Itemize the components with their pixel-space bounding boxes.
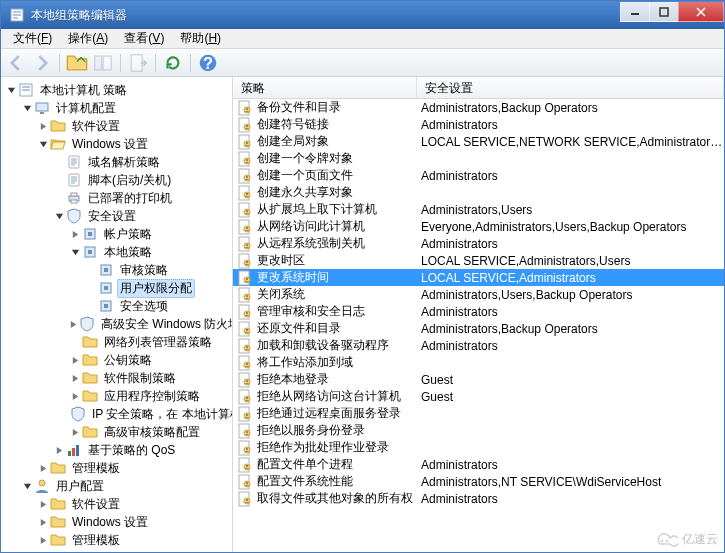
policy-name: 加载和卸载设备驱动程序: [257, 337, 417, 354]
svg-text:?: ?: [203, 53, 213, 71]
policy-icon: [237, 134, 253, 150]
policy-value: Administrators,NT SERVICE\WdiServiceHost: [417, 475, 724, 489]
svg-rect-18: [103, 56, 111, 70]
policy-row[interactable]: 配置文件系统性能Administrators,NT SERVICE\WdiSer…: [233, 473, 724, 490]
policy-icon: [237, 117, 253, 133]
policy-name: 从网络访问此计算机: [257, 218, 417, 235]
policy-value: Administrators,Backup Operators: [417, 101, 724, 115]
policy-icon: [18, 82, 34, 98]
policy-icon: [237, 474, 253, 490]
tree-pane[interactable]: 本地计算机 策略 计算机配置 软件设置: [1, 77, 233, 552]
close-button[interactable]: [678, 2, 724, 22]
policy-row[interactable]: 拒绝本地登录Guest: [233, 371, 724, 388]
menu-file[interactable]: 文件(F): [5, 28, 60, 49]
policy-value: Administrators,Users,Backup Operators: [417, 288, 724, 302]
policy-name: 拒绝以服务身份登录: [257, 422, 417, 439]
policy-name: 配置文件系统性能: [257, 473, 417, 490]
help-button[interactable]: ?: [197, 52, 219, 74]
tree-qos[interactable]: 基于策略的 QoS: [53, 441, 232, 459]
policy-row[interactable]: 取得文件或其他对象的所有权Administrators: [233, 490, 724, 507]
policy-name: 配置文件单个进程: [257, 456, 417, 473]
policy-row[interactable]: 加载和卸载设备驱动程序Administrators: [233, 337, 724, 354]
policy-name: 拒绝本地登录: [257, 371, 417, 388]
window-title: 本地组策略编辑器: [31, 7, 621, 24]
policy-row[interactable]: 创建永久共享对象: [233, 184, 724, 201]
policy-icon: [237, 440, 253, 456]
up-button[interactable]: [66, 52, 88, 74]
policy-row[interactable]: 从扩展坞上取下计算机Administrators,Users: [233, 201, 724, 218]
menu-action[interactable]: 操作(A): [60, 28, 116, 49]
forward-button[interactable]: [31, 52, 53, 74]
policy-row[interactable]: 拒绝以服务身份登录: [233, 422, 724, 439]
policy-row[interactable]: 拒绝通过远程桌面服务登录: [233, 405, 724, 422]
app-icon: [9, 7, 25, 23]
policy-value: Administrators: [417, 169, 724, 183]
policy-row[interactable]: 配置文件单个进程Administrators: [233, 456, 724, 473]
policy-icon: [237, 355, 253, 371]
policy-row[interactable]: 还原文件和目录Administrators,Backup Operators: [233, 320, 724, 337]
policy-icon: [237, 423, 253, 439]
policy-icon: [237, 151, 253, 167]
policy-value: LOCAL SERVICE,Administrators,Users: [417, 254, 724, 268]
policy-icon: [237, 406, 253, 422]
policy-value: Administrators: [417, 305, 724, 319]
refresh-button[interactable]: [162, 52, 184, 74]
policy-name: 拒绝作为批处理作业登录: [257, 439, 417, 456]
policy-name: 还原文件和目录: [257, 320, 417, 337]
policy-value: Administrators: [417, 237, 724, 251]
policy-icon: [237, 185, 253, 201]
policy-list[interactable]: 备份文件和目录Administrators,Backup Operators创建…: [233, 99, 724, 552]
policy-name: 更改系统时间: [257, 269, 417, 286]
shield-icon: [66, 208, 82, 224]
tree-security-options[interactable]: 安全选项: [85, 297, 232, 315]
chevron-down-icon[interactable]: [5, 84, 17, 96]
policy-row[interactable]: 管理审核和安全日志Administrators: [233, 303, 724, 320]
policy-row[interactable]: 创建一个页面文件Administrators: [233, 167, 724, 184]
policy-value: Administrators: [417, 492, 724, 506]
policy-icon: [237, 457, 253, 473]
tree-adv-audit[interactable]: 高级审核策略配置: [69, 423, 232, 441]
policy-name: 拒绝通过远程桌面服务登录: [257, 405, 417, 422]
policy-name: 创建永久共享对象: [257, 184, 417, 201]
policy-row[interactable]: 从网络访问此计算机Everyone,Administrators,Users,B…: [233, 218, 724, 235]
policy-row[interactable]: 备份文件和目录Administrators,Backup Operators: [233, 99, 724, 116]
policy-value: Administrators: [417, 118, 724, 132]
col-security-setting[interactable]: 安全设置: [417, 77, 724, 98]
toolbar: ?: [1, 49, 724, 77]
tree-security-settings[interactable]: 安全设置: [53, 207, 232, 225]
policy-name: 创建符号链接: [257, 116, 417, 133]
policy-row[interactable]: 拒绝作为批处理作业登录: [233, 439, 724, 456]
policy-row[interactable]: 更改时区LOCAL SERVICE,Administrators,Users: [233, 252, 724, 269]
policy-icon: [237, 270, 253, 286]
svg-rect-19: [131, 54, 142, 71]
policy-row[interactable]: 更改系统时间LOCAL SERVICE,Administrators: [233, 269, 724, 286]
back-button[interactable]: [5, 52, 27, 74]
tree-user-admin-tpl[interactable]: 管理模板: [37, 531, 232, 549]
policy-row[interactable]: 创建符号链接Administrators: [233, 116, 724, 133]
policy-row[interactable]: 拒绝从网络访问这台计算机Guest: [233, 388, 724, 405]
titlebar[interactable]: 本地组策略编辑器: [1, 1, 724, 29]
policy-value: Administrators,Backup Operators: [417, 322, 724, 336]
policy-row[interactable]: 创建一个令牌对象: [233, 150, 724, 167]
policy-row[interactable]: 从远程系统强制关机Administrators: [233, 235, 724, 252]
policy-name: 从扩展坞上取下计算机: [257, 201, 417, 218]
col-policy[interactable]: 策略: [233, 77, 417, 98]
policy-value: Administrators,Users: [417, 203, 724, 217]
policy-row[interactable]: 将工作站添加到域: [233, 354, 724, 371]
user-icon: [34, 478, 50, 494]
policy-row[interactable]: 创建全局对象LOCAL SERVICE,NETWORK SERVICE,Admi…: [233, 133, 724, 150]
column-headers[interactable]: 策略 安全设置: [233, 77, 724, 99]
menu-view[interactable]: 查看(V): [116, 28, 172, 49]
policy-name: 管理审核和安全日志: [257, 303, 417, 320]
policy-row[interactable]: 关闭系统Administrators,Users,Backup Operator…: [233, 286, 724, 303]
window-frame: 本地组策略编辑器 文件(F) 操作(A) 查看(V) 帮助(H) ?: [0, 0, 725, 553]
maximize-button[interactable]: [649, 2, 679, 22]
computer-icon: [34, 100, 50, 116]
export-button[interactable]: [127, 52, 149, 74]
menubar: 文件(F) 操作(A) 查看(V) 帮助(H): [1, 29, 724, 49]
policy-icon: [237, 338, 253, 354]
policy-icon: [237, 287, 253, 303]
show-hide-button[interactable]: [92, 52, 114, 74]
minimize-button[interactable]: [620, 2, 650, 22]
menu-help[interactable]: 帮助(H): [172, 28, 229, 49]
